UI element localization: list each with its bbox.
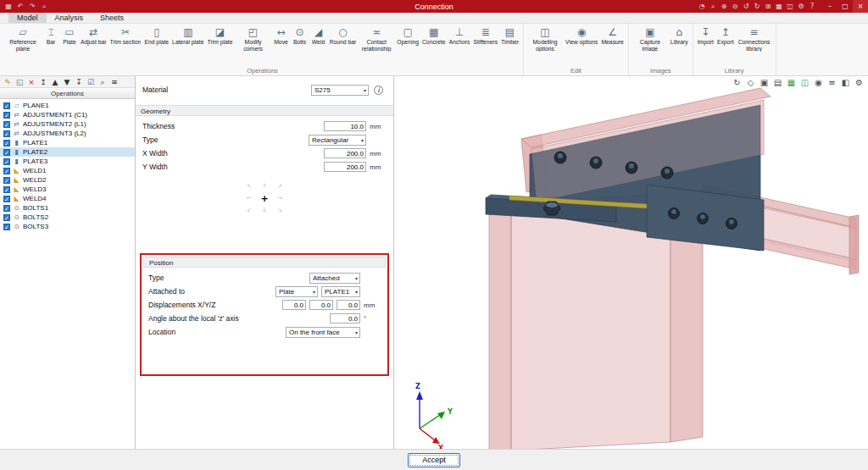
- monitor-icon[interactable]: ◫: [799, 77, 810, 88]
- checkbox[interactable]: ✓: [3, 177, 10, 184]
- tab-analysis[interactable]: Analysis: [47, 13, 92, 23]
- layers-icon[interactable]: ≡: [826, 77, 837, 88]
- checkbox[interactable]: ✓: [3, 214, 10, 221]
- position-anchor-widget[interactable]: ↖↑↗←+→↙↓↘: [242, 180, 287, 216]
- settings-icon[interactable]: ⚙: [854, 77, 865, 88]
- checkbox[interactable]: ✓: [3, 224, 10, 230]
- tree-item-plate1[interactable]: ✓▮PLATE1: [0, 138, 135, 147]
- anchor-top-left[interactable]: ↖: [247, 183, 252, 190]
- move-down-icon[interactable]: ▼: [62, 77, 72, 87]
- move-bottom-icon[interactable]: ↧: [74, 77, 84, 87]
- checkbox[interactable]: ✓: [3, 102, 10, 109]
- ribbon-button-view-options[interactable]: ◉View options: [564, 25, 599, 47]
- checkbox[interactable]: ✓: [3, 168, 10, 174]
- geometry-type-dropdown[interactable]: Rectangular ▾: [309, 135, 366, 146]
- x-width-input[interactable]: [324, 148, 366, 158]
- tree-item-adjustment2-l1[interactable]: ✓⇄ADJUSTMENT2 (L1): [0, 119, 135, 129]
- workplane-icon[interactable]: ▦: [786, 77, 797, 88]
- tree-item-plate2[interactable]: ✓▮PLATE2: [0, 147, 135, 157]
- previous-view-icon[interactable]: ↺: [741, 1, 751, 12]
- settings-icon[interactable]: ⚙: [796, 1, 806, 12]
- anchor-right[interactable]: →: [277, 195, 282, 202]
- tree-item-adjustment1-c1[interactable]: ✓⇄ADJUSTMENT1 (C1): [0, 110, 135, 119]
- shading-icon[interactable]: ◧: [840, 77, 851, 88]
- anchor-top-right[interactable]: ↗: [277, 183, 282, 190]
- displacement-z-input[interactable]: [337, 300, 360, 310]
- ribbon-button-bar[interactable]: ⌶Bar: [42, 25, 60, 47]
- ribbon-button-import[interactable]: ↧Import: [696, 25, 715, 47]
- close-button[interactable]: ×: [853, 0, 868, 13]
- checkbox[interactable]: ✓: [3, 130, 10, 137]
- ribbon-button-round-bar[interactable]: ○Round bar: [328, 25, 359, 47]
- tree-item-weld4[interactable]: ✓◣WELD4: [0, 194, 135, 203]
- app-icon[interactable]: ▦: [3, 1, 14, 12]
- angle-input[interactable]: [330, 313, 360, 323]
- tree-item-plate3[interactable]: ✓▮PLATE3: [0, 157, 135, 166]
- maximize-button[interactable]: ▢: [837, 0, 853, 13]
- ribbon-button-weld[interactable]: ◢Weld: [309, 25, 328, 47]
- checklist-icon[interactable]: ☑: [86, 77, 96, 87]
- attached-to-type-dropdown[interactable]: Plate ▾: [275, 286, 318, 297]
- next-view-icon[interactable]: ↻: [752, 1, 762, 12]
- undo-icon[interactable]: ↶: [15, 1, 25, 12]
- move-top-icon[interactable]: ↥: [38, 77, 48, 87]
- ribbon-button-move[interactable]: ↔Move: [272, 25, 291, 47]
- ribbon-button-connections-library[interactable]: ≡Connections library: [736, 25, 773, 53]
- checkbox[interactable]: ✓: [3, 149, 10, 156]
- ribbon-button-trim-plate[interactable]: ◪Trim plate: [206, 25, 235, 47]
- profile-icon[interactable]: ◔: [697, 1, 707, 12]
- ribbon-button-capture-image[interactable]: ▣Capture image: [632, 25, 669, 53]
- ribbon-button-contact-relationship[interactable]: ≍Contact relationship: [358, 25, 395, 53]
- anchor-top[interactable]: ↑: [262, 183, 267, 190]
- position-type-dropdown[interactable]: Attached ▾: [309, 273, 360, 284]
- y-width-input[interactable]: [324, 162, 366, 172]
- anchor-center[interactable]: +: [260, 193, 268, 204]
- ribbon-button-modelling-options[interactable]: ◫Modelling options: [526, 25, 564, 53]
- ribbon-button-plate[interactable]: ▭Plate: [60, 25, 79, 47]
- ribbon-button-anchors[interactable]: ⊥Anchors: [448, 25, 472, 47]
- material-dropdown[interactable]: S275 ▾: [311, 85, 369, 96]
- help-icon[interactable]: ?: [807, 1, 817, 12]
- ribbon-button-opening[interactable]: ▢Opening: [395, 25, 420, 47]
- viewport-3d[interactable]: ↻◇▣▤▦◫◉≡◧⚙: [394, 76, 868, 449]
- ribbon-button-trim-section[interactable]: ✂Trim section: [108, 25, 143, 47]
- tree-item-bolts1[interactable]: ✓⊙BOLTS1: [0, 203, 135, 213]
- copy-operation-icon[interactable]: ◱: [14, 77, 25, 87]
- ribbon-button-end-plate[interactable]: ▯End plate: [142, 25, 170, 47]
- attached-to-item-dropdown[interactable]: PLATE1 ▾: [321, 286, 360, 297]
- perspective-icon[interactable]: ◇: [745, 77, 756, 88]
- camera-icon[interactable]: ▣: [759, 77, 770, 88]
- displacement-y-input[interactable]: [309, 300, 333, 310]
- tree-item-weld2[interactable]: ✓◣WELD2: [0, 175, 135, 185]
- checkbox[interactable]: ✓: [3, 196, 10, 202]
- zoom-out-icon[interactable]: ⊖: [730, 1, 740, 12]
- layout-icon[interactable]: ⊞: [763, 1, 773, 12]
- anchor-bottom-left[interactable]: ↙: [247, 207, 252, 213]
- zoom-in-icon[interactable]: ⊕: [719, 1, 729, 12]
- checkbox[interactable]: ✓: [3, 121, 10, 128]
- ribbon-button-stiffeners[interactable]: ≣Stiffeners: [471, 25, 499, 47]
- anchor-bottom[interactable]: ↓: [262, 207, 267, 213]
- list-icon[interactable]: ≡: [109, 77, 120, 87]
- tree-item-plane1[interactable]: ✓▱PLANE1: [0, 101, 135, 110]
- anchor-bottom-right[interactable]: ↘: [277, 207, 282, 213]
- tree-item-adjustment3-l2[interactable]: ✓⇄ADJUSTMENT3 (L2): [0, 129, 135, 138]
- ribbon-button-bolts[interactable]: ⊙Bolts: [291, 25, 309, 47]
- displacement-x-input[interactable]: [282, 300, 306, 310]
- grid-icon[interactable]: ▦: [774, 1, 784, 12]
- minimize-button[interactable]: –: [822, 0, 837, 13]
- ribbon-button-export[interactable]: ↥Export: [715, 25, 736, 47]
- visibility-icon[interactable]: ◉: [813, 77, 824, 88]
- anchor-left[interactable]: ←: [247, 195, 252, 202]
- orient-view-icon[interactable]: ↻: [732, 77, 743, 88]
- info-icon[interactable]: i: [374, 86, 383, 95]
- thickness-input[interactable]: [324, 121, 366, 131]
- tree-item-bolts3[interactable]: ✓⊙BOLTS3: [0, 222, 135, 231]
- ribbon-button-concrete[interactable]: ▦Concrete: [420, 25, 448, 47]
- search-icon[interactable]: ⌕: [708, 1, 718, 12]
- checkbox[interactable]: ✓: [3, 140, 10, 147]
- ribbon-button-reference-plane[interactable]: ▱Reference plane: [4, 25, 42, 53]
- ribbon-button-adjust-bar[interactable]: ⇄Adjust bar: [79, 25, 108, 47]
- delete-operation-icon[interactable]: ×: [26, 77, 36, 87]
- ribbon-button-measure[interactable]: ∠Measure: [599, 25, 625, 47]
